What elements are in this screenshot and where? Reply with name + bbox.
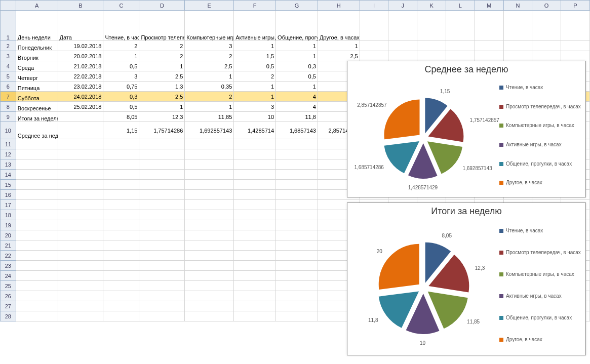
cell[interactable] xyxy=(58,261,103,271)
cell[interactable] xyxy=(276,281,318,291)
column-header[interactable]: N xyxy=(503,1,532,11)
row-header[interactable]: 3 xyxy=(1,51,16,61)
row-header[interactable]: 22 xyxy=(1,251,16,261)
cell[interactable] xyxy=(185,210,234,220)
cell[interactable] xyxy=(58,149,103,159)
cell[interactable] xyxy=(139,261,185,271)
cell[interactable]: 2 xyxy=(139,41,185,51)
cell[interactable] xyxy=(185,261,234,271)
cell[interactable] xyxy=(446,11,475,41)
cell[interactable] xyxy=(503,11,532,41)
cell[interactable]: 20.02.2018 xyxy=(58,51,103,61)
cell[interactable] xyxy=(276,220,318,230)
cell[interactable] xyxy=(234,200,276,210)
row-header[interactable]: 14 xyxy=(1,170,16,180)
cell[interactable] xyxy=(276,210,318,220)
cell[interactable] xyxy=(234,311,276,321)
cell[interactable] xyxy=(139,281,185,291)
cell[interactable]: Другое, в часах xyxy=(318,11,360,41)
row-header[interactable]: 24 xyxy=(1,271,16,281)
column-header[interactable]: P xyxy=(561,1,590,11)
cell[interactable] xyxy=(234,220,276,230)
cell[interactable] xyxy=(532,41,561,51)
cell[interactable] xyxy=(276,180,318,190)
cell[interactable] xyxy=(139,301,185,311)
cell[interactable] xyxy=(103,271,139,281)
cell[interactable] xyxy=(16,180,58,190)
cell[interactable] xyxy=(360,51,388,61)
cell[interactable] xyxy=(234,271,276,281)
cell[interactable] xyxy=(103,210,139,220)
cell[interactable] xyxy=(139,210,185,220)
cell[interactable]: 19.02.2018 xyxy=(58,41,103,51)
row-header[interactable]: 11 xyxy=(1,139,16,149)
cell[interactable] xyxy=(139,149,185,159)
row-header[interactable]: 28 xyxy=(1,311,16,321)
cell[interactable] xyxy=(16,159,58,170)
cell[interactable] xyxy=(234,159,276,170)
cell[interactable] xyxy=(103,251,139,261)
cell[interactable]: 0,5 xyxy=(103,102,139,112)
cell[interactable] xyxy=(234,170,276,180)
row-header[interactable]: 2 xyxy=(1,41,16,51)
cell[interactable]: Четверг xyxy=(16,71,58,82)
cell[interactable]: Воскресенье xyxy=(16,102,58,112)
cell[interactable] xyxy=(503,51,532,61)
cell[interactable]: Среднее за неделю xyxy=(16,122,58,139)
cell[interactable] xyxy=(417,51,446,61)
cell[interactable]: Компьютерные игры, в часах xyxy=(185,11,234,41)
row-header[interactable]: 15 xyxy=(1,180,16,190)
cell[interactable] xyxy=(185,311,234,321)
cell[interactable]: 1,75714286 xyxy=(139,122,185,139)
cell[interactable]: 11,85 xyxy=(185,112,234,122)
cell[interactable] xyxy=(58,240,103,251)
cell[interactable]: 21.02.2018 xyxy=(58,61,103,71)
cell[interactable] xyxy=(388,51,417,61)
cell[interactable]: 0,35 xyxy=(185,82,234,92)
cell[interactable] xyxy=(234,281,276,291)
cell[interactable] xyxy=(276,271,318,281)
cell[interactable] xyxy=(16,271,58,281)
cell[interactable] xyxy=(58,190,103,200)
cell[interactable] xyxy=(185,301,234,311)
row-header[interactable]: 4 xyxy=(1,61,16,71)
cell[interactable]: 1 xyxy=(139,61,185,71)
row-header[interactable]: 5 xyxy=(1,71,16,82)
cell[interactable]: 0,5 xyxy=(276,71,318,82)
cell[interactable]: 1,3 xyxy=(139,82,185,92)
cell[interactable] xyxy=(58,122,103,139)
cell[interactable] xyxy=(185,220,234,230)
cell[interactable] xyxy=(58,271,103,281)
cell[interactable] xyxy=(388,11,417,41)
cell[interactable] xyxy=(103,230,139,240)
cell[interactable] xyxy=(185,170,234,180)
cell[interactable] xyxy=(185,149,234,159)
column-header[interactable]: H xyxy=(318,1,360,11)
cell[interactable]: 1,15 xyxy=(103,122,139,139)
column-header[interactable]: G xyxy=(276,1,318,11)
cell[interactable] xyxy=(185,271,234,281)
cell[interactable] xyxy=(276,240,318,251)
cell[interactable] xyxy=(16,190,58,200)
cell[interactable] xyxy=(139,200,185,210)
column-header[interactable]: I xyxy=(360,1,388,11)
column-header[interactable]: J xyxy=(388,1,417,11)
cell[interactable] xyxy=(234,251,276,261)
cell[interactable]: 1 xyxy=(139,102,185,112)
cell[interactable] xyxy=(234,190,276,200)
row-header[interactable]: 9 xyxy=(1,112,16,122)
cell[interactable] xyxy=(388,41,417,51)
cell[interactable]: 2,5 xyxy=(318,51,360,61)
cell[interactable] xyxy=(417,11,446,41)
cell[interactable]: Активные игры, в часах xyxy=(234,11,276,41)
cell[interactable]: 11,8 xyxy=(276,112,318,122)
cell[interactable] xyxy=(276,139,318,149)
cell[interactable] xyxy=(185,159,234,170)
cell[interactable] xyxy=(16,311,58,321)
cell[interactable] xyxy=(532,11,561,41)
cell[interactable]: Итоги за неделю xyxy=(16,112,58,122)
cell[interactable] xyxy=(139,271,185,281)
cell[interactable] xyxy=(446,51,475,61)
column-header[interactable]: O xyxy=(532,1,561,11)
cell[interactable] xyxy=(103,291,139,301)
